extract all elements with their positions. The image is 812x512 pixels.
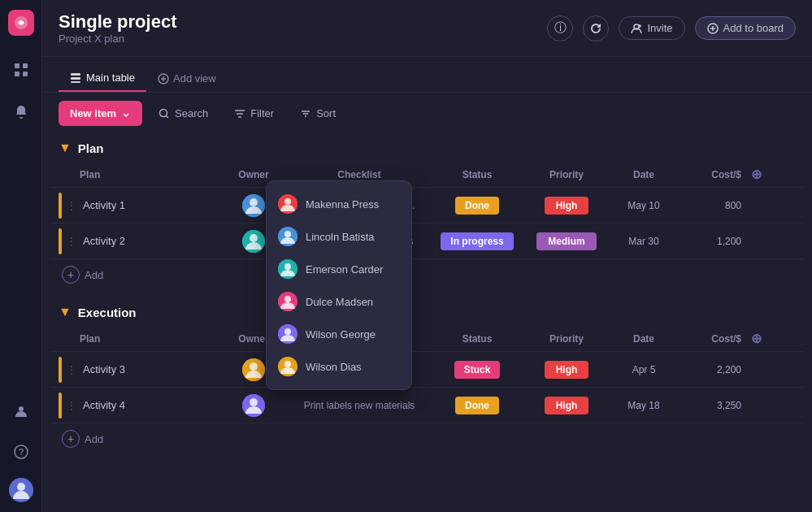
row-cost: 3,250 <box>676 400 741 411</box>
info-button[interactable]: ⓘ <box>547 15 573 41</box>
priority-badge: High <box>545 361 589 379</box>
group-plan-label: Plan <box>78 141 796 155</box>
row-indicator <box>59 357 62 383</box>
group-execution: ▼ Execution Plan Owner Checklist Status … <box>50 298 804 454</box>
col-header-checklist: Checklist <box>286 169 432 180</box>
owner-dropdown[interactable]: Makenna Press Lincoln Batista <box>266 180 412 390</box>
row-priority[interactable]: High <box>522 397 611 414</box>
drag-handle-icon[interactable]: ⋮ <box>67 200 76 211</box>
search-label: Search <box>175 107 208 119</box>
search-button[interactable]: Search <box>149 102 218 125</box>
row-date: Apr 5 <box>611 364 676 375</box>
new-item-button[interactable]: New item <box>59 101 142 126</box>
drag-handle-icon[interactable]: ⋮ <box>67 236 76 247</box>
drag-handle-icon[interactable]: ⋮ <box>67 364 76 375</box>
add-to-board-button[interactable]: Add to board <box>695 16 796 40</box>
filter-label: Filter <box>250 107 274 119</box>
row-status[interactable]: Done <box>432 397 522 414</box>
filter-button[interactable]: Filter <box>224 102 284 125</box>
priority-badge: High <box>545 397 589 414</box>
sidebar: ? <box>0 0 42 512</box>
svg-point-26 <box>284 198 291 205</box>
dropdown-avatar <box>278 292 297 311</box>
group-execution-header: ▼ Execution <box>50 298 804 326</box>
main-content: Single project Project X plan ⓘ Invit <box>42 0 812 512</box>
row-priority[interactable]: High <box>522 361 611 379</box>
add-row-plan[interactable]: + Add <box>50 259 804 290</box>
group-execution-label: Execution <box>78 306 796 319</box>
add-row-execution[interactable]: + Add <box>50 423 804 454</box>
dropdown-item-name: Dulce Madsen <box>306 296 373 308</box>
table-row: ⋮ Activity 4 Print labels new materials … <box>50 388 804 423</box>
col-header-status-exec: Status <box>432 333 522 345</box>
execution-col-headers: Plan Owner Checklist Status Priority Dat… <box>50 326 804 352</box>
drag-handle-icon[interactable]: ⋮ <box>67 400 76 411</box>
col-header-add-exec[interactable]: ⊕ <box>741 331 771 346</box>
priority-badge: High <box>545 197 589 215</box>
dropdown-avatar <box>278 227 297 246</box>
header-actions: ⓘ Invite <box>547 15 796 41</box>
svg-rect-1 <box>15 63 20 68</box>
dropdown-avatar <box>278 357 297 376</box>
history-button[interactable] <box>583 15 609 41</box>
row-priority[interactable]: Medium <box>522 232 611 250</box>
invite-button[interactable]: Invite <box>619 16 684 40</box>
status-badge: Done <box>455 197 499 215</box>
col-header-plan-exec: Plan <box>59 333 221 345</box>
owner-avatar <box>242 394 265 417</box>
group-execution-chevron[interactable]: ▼ <box>59 305 72 319</box>
table-row: ⋮ Activity 3 ...es update New tec... Stu… <box>50 352 804 388</box>
add-row-icon[interactable]: + <box>62 266 80 284</box>
svg-rect-14 <box>71 81 80 83</box>
dropdown-item[interactable]: Makenna Press <box>267 188 411 220</box>
plan-col-headers: Plan Owner Checklist Status Priority Dat… <box>50 162 804 188</box>
svg-point-34 <box>284 328 291 335</box>
col-header-plan: Plan <box>59 169 221 180</box>
row-cost: 2,200 <box>676 364 741 375</box>
add-row-icon[interactable]: + <box>62 430 80 448</box>
dropdown-avatar <box>278 194 297 214</box>
dropdown-item[interactable]: Wilson George <box>267 318 411 350</box>
row-status[interactable]: Done <box>432 197 522 215</box>
dropdown-item-name: Wilson George <box>306 328 376 341</box>
row-date: May 10 <box>611 200 676 211</box>
col-header-add[interactable]: ⊕ <box>741 167 771 182</box>
row-activity-name: Activity 1 <box>83 199 221 211</box>
dropdown-item[interactable]: Dulce Madsen <box>267 285 411 318</box>
user-avatar[interactable] <box>9 478 33 502</box>
svg-point-5 <box>19 406 24 411</box>
row-status[interactable]: Stuck <box>432 361 522 379</box>
sidebar-help-icon[interactable]: ? <box>7 437 36 466</box>
row-status[interactable]: In progress <box>432 232 522 250</box>
dropdown-item-name: Makenna Press <box>306 198 379 210</box>
invite-label: Invite <box>647 22 672 34</box>
dropdown-item-name: Wilson Dias <box>306 361 362 373</box>
dropdown-avatar <box>278 324 297 344</box>
row-activity-name: Activity 4 <box>83 399 221 411</box>
row-indicator <box>59 393 62 419</box>
col-header-cost: Cost/$ <box>676 169 741 180</box>
sidebar-people-icon[interactable] <box>7 397 36 426</box>
group-plan-chevron[interactable]: ▼ <box>59 141 72 155</box>
add-view-tab[interactable]: Add view <box>150 66 224 91</box>
toolbar: New item Search Filter Sort <box>42 93 812 134</box>
sidebar-bell-icon[interactable] <box>7 98 36 127</box>
owner-avatar <box>242 230 265 253</box>
dropdown-item[interactable]: Emerson Carder <box>267 253 411 285</box>
row-owner[interactable] <box>221 394 286 417</box>
dropdown-item[interactable]: Wilson Dias <box>267 350 411 383</box>
row-cost: 800 <box>676 200 741 211</box>
svg-point-28 <box>284 231 291 237</box>
tab-main-table[interactable]: Main table <box>59 65 146 92</box>
app-logo[interactable] <box>8 10 34 36</box>
row-date: Mar 30 <box>611 236 676 247</box>
group-plan-header: ▼ Plan <box>50 134 804 162</box>
sidebar-grid-icon[interactable] <box>7 55 36 85</box>
row-priority[interactable]: High <box>522 197 611 215</box>
row-indicator <box>59 193 62 219</box>
dropdown-item[interactable]: Lincoln Batista <box>267 220 411 253</box>
status-badge: Stuck <box>454 361 501 379</box>
sort-button[interactable]: Sort <box>290 102 345 125</box>
dropdown-item-name: Lincoln Batista <box>306 231 375 243</box>
svg-point-36 <box>284 361 291 367</box>
